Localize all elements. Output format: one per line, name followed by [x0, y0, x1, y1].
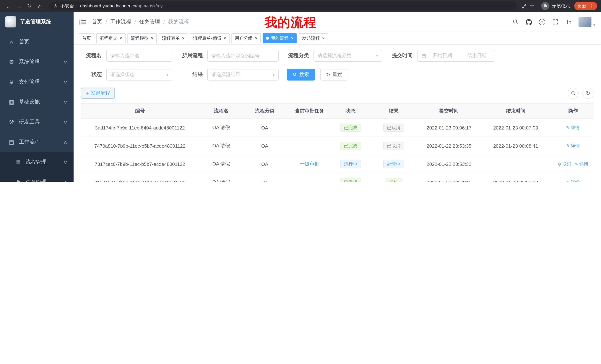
breadcrumb-item-workflow[interactable]: 工作流程: [110, 19, 131, 25]
incognito-icon: [541, 2, 549, 10]
cell-submit-time: 2022-01-22 23:53:35: [419, 137, 479, 155]
browser-menu-icon[interactable]: ⋮: [589, 3, 594, 9]
result-select[interactable]: 请选择流结果 ▾: [207, 69, 279, 80]
task-icon: ⚑: [14, 179, 22, 182]
table-row: 2152467e-7b9b-11ec-9a1b-acde48001122OA 请…: [81, 173, 594, 182]
cell-result: 通过: [368, 173, 419, 182]
sidebar-item-workflow[interactable]: ▤工作流程∧: [0, 132, 74, 152]
breadcrumb-item-current: 我的流程: [168, 19, 189, 25]
cell-status: 已完成: [333, 173, 368, 182]
cell-id: 7470a810-7b9b-11ec-b5b7-acde48001122: [81, 137, 199, 155]
sidebar-item-label: 首页: [19, 38, 29, 45]
breadcrumb-item-task-management[interactable]: 任务管理: [139, 19, 160, 25]
close-icon[interactable]: ×: [120, 36, 122, 40]
filter-status: 状态 请选择状态 ▾: [81, 69, 172, 80]
update-button[interactable]: 更新 ⋮: [574, 2, 597, 10]
parent-process-input[interactable]: [207, 50, 279, 62]
chevron-down-icon: ∨: [63, 160, 68, 164]
tab-process-form-edit[interactable]: 流程表单-编辑×: [190, 33, 230, 43]
detail-button[interactable]: ✎详情: [566, 143, 580, 149]
sidebar-item-infrastructure[interactable]: ▦基础设施∨: [0, 92, 74, 112]
filter-result: 结果 请选择流结果 ▾: [180, 69, 279, 80]
home-icon: ⌂: [7, 39, 16, 45]
user-menu[interactable]: ▾: [578, 17, 595, 27]
table-tools: ↻: [568, 87, 594, 99]
cancel-button[interactable]: ⊘取消: [558, 161, 571, 167]
tab-label: 发起流程: [302, 35, 320, 41]
detail-button[interactable]: ✎详情: [566, 179, 580, 182]
cell-end-time: 2022-01-23 00:08:41: [479, 137, 552, 155]
detail-button[interactable]: ✎详情: [566, 125, 580, 131]
sidebar: 芋道管理系统 ⌂首页⚙系统管理∨¥支付管理∨▦基础设施∨⚒研发工具∨▤工作流程∧…: [0, 12, 74, 182]
sidebar-item-payment-management[interactable]: ¥支付管理∨: [0, 72, 74, 92]
tab-process-definition[interactable]: 流程定义×: [96, 33, 126, 43]
tab-label: 我的流程: [271, 35, 289, 41]
help-icon[interactable]: ?: [539, 19, 545, 25]
status-placeholder: 请选择状态: [110, 71, 134, 78]
close-icon[interactable]: ×: [182, 36, 185, 40]
tab-start-process[interactable]: 发起流程×: [299, 33, 328, 43]
browser-toolbar: ← → ↻ ⌂ ⚠ 不安全 dashboard.yudao.iocoder.cn…: [0, 0, 601, 12]
process-table: 编号流程名流程分类当前审批任务状态结果提交时间结束时间操作 3ad174fb-7…: [81, 103, 594, 182]
reset-button[interactable]: ↻ 重置: [320, 69, 348, 80]
start-process-button[interactable]: + 发起流程: [81, 87, 115, 99]
column-header: 流程名: [199, 104, 243, 119]
sidebar-item-task-management[interactable]: ⚑任务管理∧: [0, 172, 74, 182]
tab-process-form[interactable]: 流程表单×: [159, 33, 188, 43]
chevron-up-icon: ∧: [63, 180, 68, 182]
filter-process-name: 流程名: [81, 50, 172, 62]
current-task-link[interactable]: 一级审批: [300, 161, 319, 167]
process-name-input[interactable]: [106, 50, 172, 62]
navbar-actions: ? TT ▾: [513, 17, 595, 27]
avatar[interactable]: [578, 17, 592, 27]
sidebar-item-process-management[interactable]: ≣流程管理∨: [0, 152, 74, 172]
tab-my-process[interactable]: 我的流程×: [263, 33, 297, 43]
close-icon[interactable]: ×: [224, 36, 226, 40]
tab-label: 流程表单-编辑: [193, 35, 221, 41]
date-range-picker[interactable]: 开始日期 - 结束日期: [417, 50, 495, 62]
close-icon[interactable]: ×: [151, 36, 153, 40]
back-icon[interactable]: ←: [4, 1, 13, 11]
process-icon: ≣: [14, 159, 22, 165]
category-select[interactable]: 请选择流程分类 ▾: [313, 50, 382, 62]
reload-icon[interactable]: ↻: [25, 1, 34, 11]
close-icon[interactable]: ×: [255, 36, 257, 40]
font-size-icon[interactable]: TT: [565, 19, 571, 25]
detail-icon: ✎: [566, 125, 570, 130]
sidebar-item-dev-tools[interactable]: ⚒研发工具∨: [0, 112, 74, 132]
tab-process-model[interactable]: 流程模型×: [127, 33, 157, 43]
tab-user-group[interactable]: 用户分组×: [231, 33, 261, 43]
breadcrumb-item-home[interactable]: 首页: [92, 19, 102, 25]
cell-actions: ⊘取消✎详情: [552, 155, 594, 173]
status-select[interactable]: 请选择状态 ▾: [106, 69, 172, 80]
table-body: 3ad174fb-7b9d-11ec-8404-acde48001122OA 请…: [81, 119, 594, 182]
sidebar-toggle-icon[interactable]: [80, 19, 86, 25]
filter-row-2: 状态 请选择状态 ▾ 结果 请选择流结果 ▾: [81, 69, 594, 80]
search-icon[interactable]: [513, 19, 519, 25]
breadcrumb-separator: /: [105, 19, 107, 25]
fullscreen-icon[interactable]: [552, 19, 558, 25]
category-placeholder: 请选择流程分类: [318, 52, 351, 59]
search-toggle-button[interactable]: [568, 87, 579, 99]
search-button[interactable]: 搜索: [287, 69, 315, 80]
browser-home-icon[interactable]: ⌂: [35, 1, 45, 11]
column-header: 流程分类: [243, 104, 286, 119]
app-logo: [5, 16, 16, 28]
sidebar-logo-row[interactable]: 芋道管理系统: [0, 12, 74, 32]
bookmark-star-icon[interactable]: ☆: [530, 3, 534, 9]
incognito-label: 无痕模式: [552, 3, 570, 9]
refresh-table-button[interactable]: ↻: [582, 87, 594, 99]
close-icon[interactable]: ×: [291, 36, 293, 40]
forward-icon[interactable]: →: [14, 1, 24, 11]
address-bar[interactable]: ⚠ 不安全 dashboard.yudao.iocoder.cn/bpm/tas…: [49, 1, 517, 10]
close-icon[interactable]: ×: [322, 36, 325, 40]
breadcrumb: 首页 / 工作流程 / 任务管理 / 我的流程: [92, 19, 189, 25]
sidebar-item-system-management[interactable]: ⚙系统管理∨: [0, 52, 74, 72]
cell-status: 已完成: [333, 119, 368, 137]
detail-button[interactable]: ✎详情: [575, 161, 588, 167]
sidebar-item-home[interactable]: ⌂首页: [0, 32, 74, 52]
github-icon[interactable]: [526, 19, 532, 25]
tab-label: 流程定义: [100, 35, 117, 41]
password-key-icon[interactable]: [521, 3, 527, 9]
tab-home[interactable]: 首页: [79, 33, 94, 43]
